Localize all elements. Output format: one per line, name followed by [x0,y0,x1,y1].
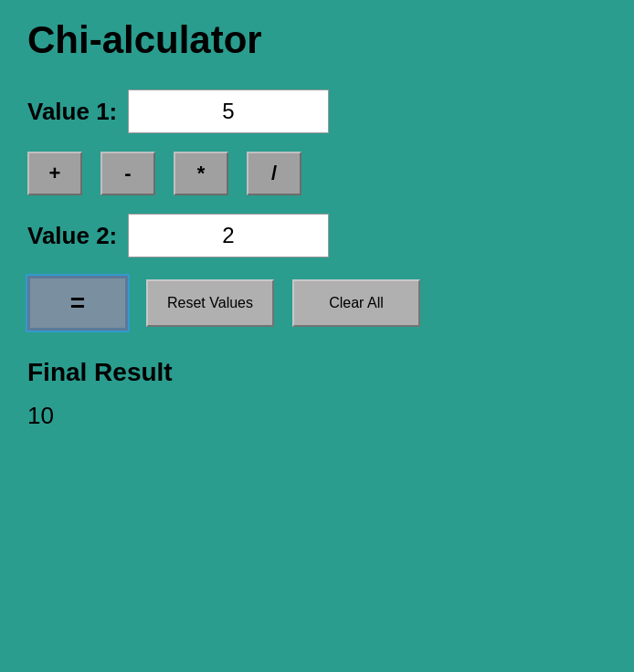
value1-label: Value 1: [27,98,128,126]
action-row: = Reset Values Clear All [27,276,607,331]
add-button[interactable]: + [27,152,82,195]
clear-all-button[interactable]: Clear All [292,279,420,327]
value2-input[interactable] [128,214,329,257]
operators-row: + - * / [27,152,607,195]
divide-button[interactable]: / [247,152,301,195]
final-result-label: Final Result [27,358,607,387]
result-value: 10 [27,402,607,430]
value1-row: Value 1: [27,89,607,133]
value1-input[interactable] [128,89,329,133]
reset-button[interactable]: Reset Values [146,279,274,327]
equals-button[interactable]: = [27,276,128,331]
value2-row: Value 2: [27,214,607,257]
value2-label: Value 2: [27,222,128,250]
multiply-button[interactable]: * [174,152,228,195]
subtract-button[interactable]: - [100,152,155,195]
app-title: Chi-alculator [27,18,607,62]
